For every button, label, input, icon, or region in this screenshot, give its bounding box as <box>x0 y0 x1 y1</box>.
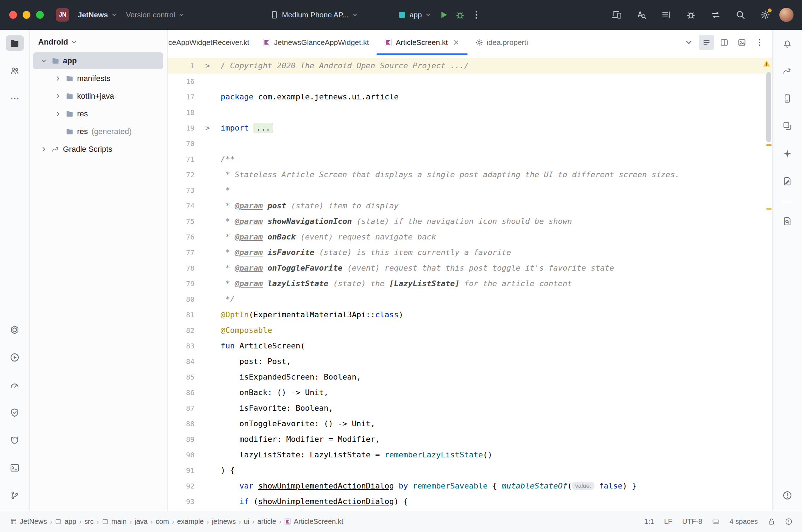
app-insights-button[interactable] <box>6 405 24 420</box>
write-access-toggle[interactable] <box>764 516 779 527</box>
run-button[interactable] <box>436 7 452 23</box>
code-with-me-button[interactable] <box>708 7 723 23</box>
code-text[interactable]: import ... <box>221 120 772 136</box>
code-text[interactable]: lazyListState: LazyListState = rememberL… <box>221 447 772 463</box>
code-text[interactable]: post: Post, <box>221 354 772 369</box>
chevron-down-button[interactable] <box>681 35 697 50</box>
error-indicator[interactable] <box>781 516 796 527</box>
find-document-button[interactable] <box>778 213 797 229</box>
search-actions-button[interactable] <box>634 7 649 23</box>
run-button[interactable] <box>6 349 24 365</box>
debug-button[interactable] <box>452 7 468 23</box>
code-text[interactable]: * @param onBack (event) request navigate… <box>221 229 772 245</box>
code-view-button[interactable] <box>699 35 714 50</box>
code-text[interactable]: ) { <box>221 463 772 478</box>
warning-stripe-mark[interactable] <box>766 208 772 210</box>
breadcrumb-src[interactable]: src <box>82 516 96 527</box>
device-mirror-button[interactable] <box>609 7 624 23</box>
code-text[interactable]: * Stateless Article Screen that displays… <box>221 167 772 183</box>
chevron-right-icon[interactable] <box>54 93 62 100</box>
code-text[interactable]: modifier: Modifier = Modifier, <box>221 432 772 447</box>
code-text[interactable]: isFavorite: Boolean, <box>221 400 772 416</box>
breadcrumb-java[interactable]: java <box>132 516 150 527</box>
logcat-button[interactable] <box>6 432 24 448</box>
project-menu[interactable]: JetNews <box>74 7 122 22</box>
code-text[interactable]: @Composable <box>221 323 772 338</box>
tree-item-gradle-scripts[interactable]: Gradle Scripts <box>33 141 163 158</box>
code-text[interactable]: * @param onToggleFavorite (event) reques… <box>221 260 772 276</box>
task-list-button[interactable] <box>658 7 674 23</box>
code-text[interactable] <box>221 105 772 120</box>
breadcrumb-com[interactable]: com <box>153 516 172 527</box>
code-text[interactable]: * @param post (state) item to display <box>221 198 772 214</box>
profiler-button[interactable] <box>683 7 699 23</box>
code-text[interactable]: / Copyright 2020 The Android Open Source… <box>221 58 772 74</box>
chevron-right-icon[interactable] <box>54 110 62 117</box>
line-separator[interactable]: LF <box>660 516 676 527</box>
split-view-button[interactable] <box>716 35 732 50</box>
notifications-button[interactable] <box>778 35 797 51</box>
edit-document-button[interactable] <box>778 173 797 189</box>
code-text[interactable]: * <box>221 183 772 198</box>
more-run-actions-button[interactable] <box>468 7 484 23</box>
code-text[interactable]: onToggleFavorite: () -> Unit, <box>221 416 772 432</box>
project-view-selector[interactable]: Android <box>35 35 81 49</box>
tree-item-kotlin-java[interactable]: kotlin+java <box>33 88 163 105</box>
search-button[interactable] <box>733 7 748 23</box>
editor-tab-articlescreen-kt[interactable]: ArticleScreen.kt <box>377 30 467 55</box>
keyboard-button[interactable] <box>708 516 723 527</box>
build-button[interactable] <box>6 322 24 337</box>
editor-tab-idea-properti[interactable]: idea.properti <box>467 30 536 55</box>
run-configuration-menu[interactable]: app <box>394 7 436 22</box>
breadcrumb-jetnews[interactable]: JetNews <box>8 516 50 527</box>
code-text[interactable]: * @param isFavorite (state) is this item… <box>221 245 772 260</box>
code-text[interactable]: */ <box>221 291 772 307</box>
breadcrumb-ui[interactable]: ui <box>241 516 252 527</box>
code-text[interactable]: package com.example.jetnews.ui.article <box>221 89 772 105</box>
profiler-gauge-button[interactable] <box>6 377 24 393</box>
device-selector-menu[interactable]: Medium Phone AP... <box>266 7 362 22</box>
resource-manager-button[interactable] <box>778 118 797 134</box>
close-window-button[interactable] <box>9 11 17 19</box>
breadcrumb-example[interactable]: example <box>175 516 207 527</box>
problems-button[interactable] <box>778 487 797 503</box>
code-text[interactable]: * @param showNavigationIcon (state) if t… <box>221 214 772 229</box>
git-branch-button[interactable] <box>6 487 24 503</box>
zoom-window-button[interactable] <box>36 11 44 19</box>
breadcrumb-app[interactable]: app <box>52 516 79 527</box>
code-text[interactable]: onBack: () -> Unit, <box>221 385 772 400</box>
settings-button[interactable] <box>757 7 773 23</box>
code-text[interactable] <box>221 74 772 89</box>
pull-requests-button[interactable] <box>6 63 24 79</box>
close-icon[interactable] <box>453 39 460 46</box>
warning-stripe-mark[interactable] <box>766 144 772 146</box>
breadcrumb-article[interactable]: article <box>255 516 279 527</box>
tree-item-app[interactable]: app <box>33 52 163 69</box>
design-view-button[interactable] <box>734 35 750 50</box>
more-tools-button[interactable] <box>6 91 24 106</box>
breadcrumb-articlescreen-kt[interactable]: ArticleScreen.kt <box>282 516 346 527</box>
editor-tab-ceappwidgetreceiver-kt[interactable]: ceAppWidgetReceiver.kt <box>168 30 255 55</box>
code-text[interactable]: isExpandedScreen: Boolean, <box>221 369 772 385</box>
code-text[interactable]: var showUnimplementedActionDialog by rem… <box>221 478 772 494</box>
version-control-menu[interactable]: Version control <box>122 7 189 22</box>
code-text[interactable]: /** <box>221 151 772 167</box>
caret-position[interactable]: 1:1 <box>640 516 658 527</box>
breadcrumb-main[interactable]: main <box>99 516 129 527</box>
minimize-window-button[interactable] <box>23 11 30 19</box>
gradle-button[interactable] <box>778 63 797 79</box>
terminal-button[interactable] <box>6 460 24 475</box>
chevron-right-icon[interactable] <box>40 146 48 153</box>
editor-tab-jetnewsglanceappwidget-kt[interactable]: JetnewsGlanceAppWidget.kt <box>255 30 377 55</box>
tree-item-manifests[interactable]: manifests <box>33 70 163 87</box>
file-encoding[interactable]: UTF-8 <box>678 516 706 527</box>
editor-scrollbar[interactable] <box>765 55 772 511</box>
code-text[interactable]: if (showUnimplementedActionDialog) { <box>221 494 772 509</box>
gemini-button[interactable] <box>778 146 797 161</box>
code-text[interactable]: @OptIn(ExperimentalMaterial3Api::class) <box>221 307 772 323</box>
chevron-right-icon[interactable] <box>54 75 62 82</box>
chevron-down-icon[interactable] <box>40 57 48 64</box>
fold-marker[interactable]: > <box>194 58 221 74</box>
fold-marker[interactable]: > <box>194 120 221 136</box>
avatar[interactable] <box>779 8 794 22</box>
